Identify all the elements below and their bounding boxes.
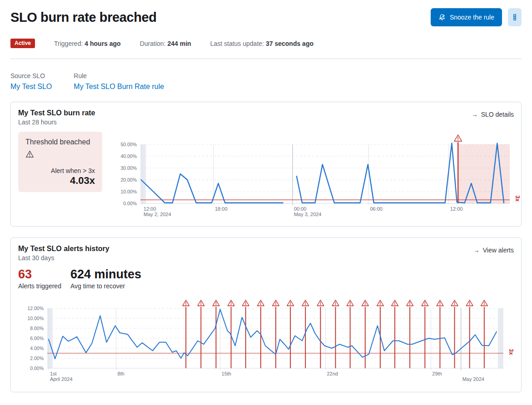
alert-warning-icon xyxy=(392,300,398,306)
last-update-meta: Last status update:37 seconds ago xyxy=(210,40,313,47)
svg-text:06:00: 06:00 xyxy=(370,206,383,212)
actions-menu-button[interactable] xyxy=(508,8,522,26)
svg-text:20.00%: 20.00% xyxy=(120,177,137,183)
alert-warning-icon xyxy=(422,300,428,306)
svg-text:30.00%: 30.00% xyxy=(120,165,137,171)
burn-rate-card-title: My Test SLO burn rate xyxy=(18,109,95,117)
svg-text:May 2, 2024: May 2, 2024 xyxy=(144,212,171,217)
svg-text:4.00%: 4.00% xyxy=(30,346,44,351)
svg-text:0.00%: 0.00% xyxy=(30,365,44,371)
alert-warning-icon xyxy=(347,300,353,306)
alerts-triggered-label: Alerts triggered xyxy=(18,282,61,290)
alerts-triggered-stat: 63 Alerts triggered xyxy=(18,267,61,290)
svg-text:12:00: 12:00 xyxy=(144,206,156,212)
rule-label: Rule xyxy=(74,72,164,79)
alert-warning-icon xyxy=(362,300,368,306)
warning-icon xyxy=(25,150,95,160)
threshold-label: 3x xyxy=(514,196,521,202)
alert-warning-icon xyxy=(228,300,234,306)
alert-warning-icon xyxy=(213,300,219,306)
slo-details-link[interactable]: → SLO details xyxy=(472,111,514,118)
alert-warning-icon xyxy=(287,300,294,306)
alerts-history-stats: 63 Alerts triggered 624 minutes Avg time… xyxy=(18,267,514,290)
threshold-panel-values: Alert when > 3x 4.03x xyxy=(25,167,95,187)
slo-details-label: SLO details xyxy=(481,111,514,118)
alerts-history-card-titles: My Test SLO alerts history Last 30 days xyxy=(18,245,109,262)
svg-text:1st: 1st xyxy=(50,371,57,376)
burn-rate-card-header: My Test SLO burn rate Last 28 hours → SL… xyxy=(18,109,514,126)
snooze-rule-button[interactable]: Snooze the rule xyxy=(431,8,502,26)
alert-warning-icon xyxy=(332,300,339,306)
page-header: SLO burn rate breached Snooze the rule xyxy=(10,8,522,26)
alert-active-region xyxy=(458,144,510,203)
rule-col: Rule My Test SLO Burn Rate rule xyxy=(74,72,164,91)
threshold-current-value: 4.03x xyxy=(25,175,95,187)
burn-rate-chart-container[interactable]: 0.00%10.00%20.00%30.00%40.00%50.00%12:00… xyxy=(112,132,514,221)
svg-text:29th: 29th xyxy=(432,371,442,376)
boxes-vertical-icon xyxy=(511,14,518,21)
alert-warning-icon xyxy=(242,300,249,306)
alert-warning-icon xyxy=(273,300,279,306)
alert-warning-icon xyxy=(481,300,487,306)
burn-rate-chart: 0.00%10.00%20.00%30.00%40.00%50.00%12:00… xyxy=(112,132,523,219)
arrow-right-icon: → xyxy=(472,111,478,118)
svg-text:18:00: 18:00 xyxy=(215,206,228,212)
alerts-history-chart-container[interactable]: 0.00%2.00%4.00%6.00%8.00%10.00%12.00%1st… xyxy=(18,296,514,386)
alerts-history-card-subtitle: Last 30 days xyxy=(18,254,109,262)
alert-warning-icon xyxy=(377,300,384,306)
alerts-history-line xyxy=(49,309,497,359)
svg-text:8.00%: 8.00% xyxy=(30,326,44,331)
last-update-value: 37 seconds ago xyxy=(266,40,313,47)
svg-text:0.00%: 0.00% xyxy=(123,201,137,206)
svg-text:15th: 15th xyxy=(222,371,231,376)
svg-text:12.00%: 12.00% xyxy=(27,306,44,311)
alerts-history-card: My Test SLO alerts history Last 30 days … xyxy=(10,237,522,392)
source-slo-label: Source SLO xyxy=(10,72,52,79)
alert-details-page: SLO burn rate breached Snooze the rule xyxy=(0,0,532,392)
view-alerts-label: View alerts xyxy=(483,247,514,254)
avg-recover-value: 624 minutes xyxy=(70,267,141,281)
avg-recover-stat: 624 minutes Avg time to recover xyxy=(70,267,141,290)
alerts-history-card-header: My Test SLO alerts history Last 30 days … xyxy=(18,245,514,262)
duration-meta: Duration:244 min xyxy=(140,40,191,47)
status-meta-row: Active Triggered:4 hours ago Duration:24… xyxy=(10,39,522,48)
svg-text:May 3, 2024: May 3, 2024 xyxy=(294,212,322,217)
svg-text:22nd: 22nd xyxy=(327,371,338,376)
burn-rate-card-subtitle: Last 28 hours xyxy=(18,119,95,126)
svg-text:10.00%: 10.00% xyxy=(27,316,44,321)
header-actions: Snooze the rule xyxy=(431,8,522,26)
source-slo-link[interactable]: My Test SLO xyxy=(10,83,52,90)
alert-warning-icon xyxy=(437,300,443,306)
svg-text:May 2024: May 2024 xyxy=(462,376,484,382)
burn-rate-card: My Test SLO burn rate Last 28 hours → SL… xyxy=(10,102,522,227)
source-slo-col: Source SLO My Test SLO xyxy=(10,72,52,91)
status-badge: Active xyxy=(10,39,35,48)
source-links-row: Source SLO My Test SLO Rule My Test SLO … xyxy=(10,72,522,91)
alert-warning-icon xyxy=(466,300,473,306)
page-title: SLO burn rate breached xyxy=(10,10,157,25)
svg-text:April 2024: April 2024 xyxy=(50,376,73,382)
last-update-label: Last status update: xyxy=(210,40,264,47)
triggered-value: 4 hours ago xyxy=(85,40,120,47)
threshold-label: 3x xyxy=(508,349,514,355)
arrow-right-icon: → xyxy=(473,247,480,254)
threshold-condition: Alert when > 3x xyxy=(25,167,95,174)
alerts-history-card-title: My Test SLO alerts history xyxy=(18,245,109,253)
threshold-panel-title: Threshold breached xyxy=(25,138,95,146)
burn-rate-card-body: Threshold breached Alert when > 3x 4.03x… xyxy=(18,132,514,221)
threshold-breached-panel: Threshold breached Alert when > 3x 4.03x xyxy=(18,132,102,192)
avg-recover-label: Avg time to recover xyxy=(70,282,141,290)
rule-link[interactable]: My Test SLO Burn Rate rule xyxy=(74,83,164,90)
alert-warning-icon xyxy=(407,300,413,306)
alert-warning-icon xyxy=(198,300,204,306)
bell-slash-icon xyxy=(438,14,446,21)
svg-text:2.00%: 2.00% xyxy=(30,356,44,361)
burn-rate-card-titles: My Test SLO burn rate Last 28 hours xyxy=(18,109,95,126)
alert-warning-icon xyxy=(454,135,462,141)
duration-value: 244 min xyxy=(168,40,191,47)
alert-warning-icon xyxy=(183,300,189,306)
svg-text:00:00: 00:00 xyxy=(294,206,307,212)
view-alerts-link[interactable]: → View alerts xyxy=(473,247,514,254)
svg-text:50.00%: 50.00% xyxy=(120,142,137,147)
alerts-history-chart: 0.00%2.00%4.00%6.00%8.00%10.00%12.00%1st… xyxy=(18,296,517,385)
